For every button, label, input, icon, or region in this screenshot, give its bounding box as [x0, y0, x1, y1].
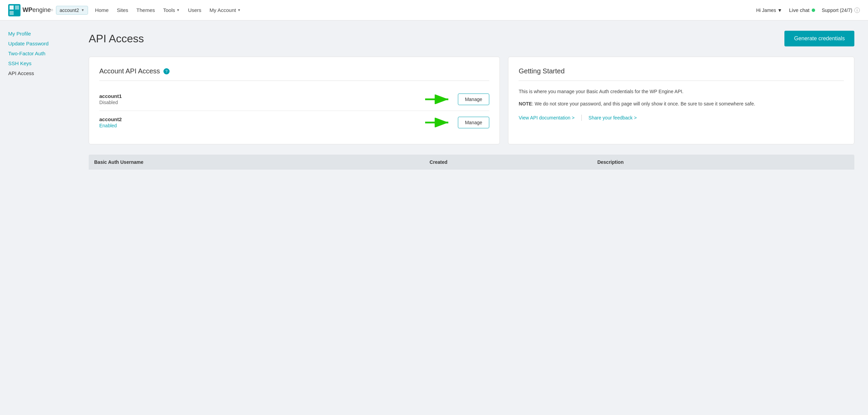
note-label: NOTE	[519, 101, 532, 106]
nav-tools[interactable]: Tools ▼	[163, 7, 180, 13]
account-row-2: account2 Enabled	[99, 111, 489, 134]
support-info-icon[interactable]: i	[854, 8, 860, 13]
getting-started-links: View API documentation > Share your feed…	[519, 115, 844, 121]
svg-rect-1	[10, 5, 14, 10]
nav-tools-chevron: ▼	[176, 8, 180, 12]
page-header: API Access Generate credentials	[89, 31, 854, 46]
support-label: Support (24/7)	[822, 8, 853, 13]
getting-started-title: Getting Started	[519, 67, 844, 75]
account2-manage-button[interactable]: Manage	[458, 117, 490, 128]
table-header: Basic Auth Username Created Description	[89, 155, 854, 170]
site-header: WPengine® account2 ▼ Home Sites Themes T…	[0, 0, 868, 20]
cards-row: Account API Access ? account1 Disabled	[89, 57, 854, 144]
account2-info: account2 Enabled	[99, 116, 425, 128]
api-access-help-icon[interactable]: ?	[163, 68, 170, 74]
main-nav: Home Sites Themes Tools ▼ Users My Accou…	[95, 7, 756, 13]
nav-my-account-chevron: ▼	[237, 8, 241, 12]
links-divider	[581, 115, 582, 121]
sidebar-item-my-profile[interactable]: My Profile	[8, 31, 67, 37]
sidebar: My Profile Update Password Two-Factor Au…	[0, 20, 75, 415]
account2-name: account2	[99, 116, 425, 122]
logo-trademark: ®	[51, 9, 53, 12]
account1-actions: Manage	[425, 94, 490, 105]
nav-users[interactable]: Users	[188, 7, 201, 13]
account2-arrow-icon	[425, 118, 452, 127]
account-selector[interactable]: account2 ▼	[56, 6, 88, 15]
live-chat-label: Live chat	[789, 7, 809, 13]
generate-credentials-button[interactable]: Generate credentials	[784, 31, 854, 46]
live-chat-status-dot	[812, 9, 815, 12]
api-access-divider	[99, 81, 489, 81]
nav-themes[interactable]: Themes	[136, 7, 155, 13]
th-created: Created	[430, 159, 597, 165]
logo-wp: WP	[23, 6, 32, 14]
th-username: Basic Auth Username	[94, 159, 430, 165]
svg-rect-2	[15, 5, 19, 10]
account1-status: Disabled	[99, 100, 425, 105]
nav-my-account[interactable]: My Account ▼	[209, 7, 241, 13]
note-text: : We do not store your password, and thi…	[532, 101, 755, 106]
account1-info: account1 Disabled	[99, 93, 425, 105]
getting-started-card: Getting Started This is where you manage…	[508, 57, 854, 144]
share-feedback-link[interactable]: Share your feedback >	[589, 115, 637, 120]
account2-status: Enabled	[99, 123, 425, 128]
account-row-1: account1 Disabled	[99, 88, 489, 111]
getting-started-body: This is where you manage your Basic Auth…	[519, 88, 844, 95]
account-selector-chevron: ▼	[81, 8, 85, 12]
api-access-card-title: Account API Access ?	[99, 67, 489, 75]
main-content: API Access Generate credentials Account …	[75, 20, 868, 415]
account-selector-label: account2	[60, 8, 79, 13]
view-api-docs-link[interactable]: View API documentation >	[519, 115, 575, 120]
header-right: Hi James ▼ Live chat Support (24/7) i	[756, 7, 860, 13]
account1-name: account1	[99, 93, 425, 99]
sidebar-item-update-password[interactable]: Update Password	[8, 41, 67, 46]
getting-started-divider	[519, 81, 844, 81]
logo-engine: engine	[32, 6, 51, 14]
api-access-card: Account API Access ? account1 Disabled	[89, 57, 500, 144]
user-greeting: Hi James	[756, 8, 776, 13]
getting-started-note: NOTE: We do not store your password, and…	[519, 100, 844, 108]
nav-sites[interactable]: Sites	[117, 7, 128, 13]
page-layout: My Profile Update Password Two-Factor Au…	[0, 20, 868, 415]
user-menu-chevron: ▼	[778, 8, 782, 13]
sidebar-item-api-access: API Access	[8, 70, 67, 76]
page-title: API Access	[89, 32, 144, 45]
support: Support (24/7) i	[822, 8, 860, 13]
sidebar-item-ssh-keys[interactable]: SSH Keys	[8, 60, 67, 66]
account1-manage-button[interactable]: Manage	[458, 94, 490, 105]
live-chat[interactable]: Live chat	[789, 7, 815, 13]
account2-actions: Manage	[425, 117, 490, 128]
user-menu[interactable]: Hi James ▼	[756, 8, 782, 13]
svg-rect-3	[10, 11, 14, 15]
sidebar-item-two-factor-auth[interactable]: Two-Factor Auth	[8, 51, 67, 56]
th-description: Description	[597, 159, 849, 165]
logo[interactable]: WPengine®	[8, 4, 53, 16]
nav-home[interactable]: Home	[95, 7, 108, 13]
wpengine-logo-icon	[8, 4, 20, 16]
account1-arrow-icon	[425, 95, 452, 104]
